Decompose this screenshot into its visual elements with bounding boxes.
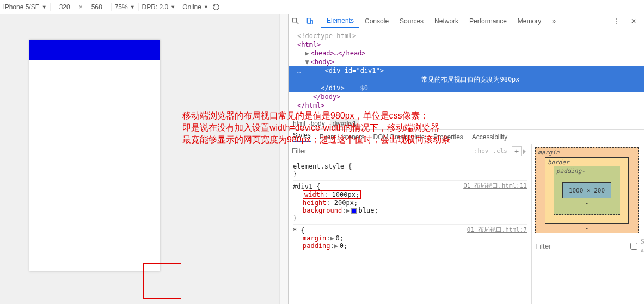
computed-filter-row: Show all [535,238,641,254]
annotation-text: 移动端浏览器的布局视口常见的是值是980px，单位是css像素； 即是说在没有加… [182,110,450,146]
dom-html-close[interactable]: </html> [297,102,325,109]
tab-performance[interactable]: Performance [464,14,512,28]
device-viewport-pane [0,14,288,304]
dom-eq: == $0 [345,84,368,92]
rule-element-style[interactable]: element.style { } [293,160,527,181]
bm-border-label: border [548,159,569,166]
rotate-icon[interactable] [212,3,220,11]
brace-close: } [293,214,527,222]
inspect-icon[interactable] [289,14,303,28]
css-rules[interactable]: element.style { } 01 布局视口.html:11 #div1 … [289,158,531,304]
dom-head[interactable]: <head>…</head> [310,49,365,57]
styles-filter-input[interactable] [292,147,472,155]
dom-doctype[interactable]: <!doctype html> [297,32,644,40]
dom-html-open[interactable]: <html> [297,41,321,48]
show-all-checkbox[interactable] [630,243,637,250]
chevron-down-icon: ▼ [130,4,135,10]
more-icon[interactable]: ⋮ [609,14,623,28]
device-name: iPhone 5/SE [3,3,40,11]
show-all-label: Show all [641,238,644,254]
dimensions: × [54,3,108,11]
rule-link-star[interactable]: 01 布局视口.html:7 [467,226,527,234]
dpr-select[interactable]: DPR: 2.0 ▼ [142,3,176,11]
rule-link-div1[interactable]: 01 布局视口.html:11 [463,182,527,190]
box-model-pane: margin - - - - border - - - - padding- - [532,144,644,304]
height-input[interactable] [86,3,108,11]
brace-close: } [293,170,527,178]
device-frame[interactable] [29,40,160,271]
selector-element-style: element.style { [293,163,527,170]
annotation-line-2: 即是说在没有加入设置width=device-width的情况下，移动端浏览器 [182,122,450,134]
dom-div-close: </div> [321,84,344,92]
close-icon[interactable]: ✕ [627,14,641,28]
new-rule-button[interactable]: + [512,146,522,156]
svg-rect-1 [307,18,310,23]
bm-padding-label: padding- [556,167,585,175]
bm-margin-label: margin [538,149,560,156]
network-select[interactable]: Online ▼ [182,3,208,11]
width-input[interactable] [54,3,76,11]
devtools-panel: Elements Console Sources Network Perform… [288,14,644,304]
dpr-label: DPR: 2.0 [142,3,169,11]
tab-sources[interactable]: Sources [394,14,429,28]
chevron-down-icon: ▼ [170,4,175,10]
dom-selected-node[interactable]: … <div id="div1"> 常见的布局视口值的宽度为980px </di… [289,66,644,92]
chevron-down-icon: ▼ [204,4,208,10]
chevron-down-icon: ▼ [42,4,47,10]
zoom-value: 75% [115,3,128,11]
tab-network[interactable]: Network [429,14,464,28]
zoom-select[interactable]: 75% ▼ [115,3,135,11]
svg-rect-2 [310,20,312,24]
device-toolbar: iPhone 5/SE ▼ × 75% ▼ DPR: 2.0 ▼ Online … [0,0,644,14]
computed-filter-input[interactable] [535,242,627,250]
device-select[interactable]: iPhone 5/SE ▼ [3,3,47,11]
expand-icon[interactable]: ▶ [305,49,310,58]
styles-filter-row: :hov .cls + ⏵ [289,144,531,158]
tab-accessibility[interactable]: Accessibility [472,133,507,141]
cls-toggle[interactable]: .cls [491,147,510,154]
devtools-tabbar: Elements Console Sources Network Perform… [289,14,644,28]
dom-tree[interactable]: <!doctype html> <html> ▶<head>…</head> ▼… [289,28,644,117]
page-blue-div [29,40,160,60]
device-toggle-icon[interactable] [303,14,317,28]
dimension-x: × [79,3,83,11]
box-model[interactable]: margin - - - - border - - - - padding- - [535,147,639,233]
annotation-line-1: 移动端浏览器的布局视口常见的是值是980px，单位是css像素； [182,110,450,122]
annotation-line-3: 最宽能够显示的网页宽度为980px；超过这个值时，会出现横向滚动条 [182,134,450,146]
dom-div-text: 常见的布局视口值的宽度为980px [421,76,519,83]
collapse-icon[interactable]: ▼ [305,58,310,66]
network-label: Online [182,3,201,11]
scrollbar-vertical[interactable] [279,14,288,304]
styles-pane: :hov .cls + ⏵ element.style { } 01 布局视口.… [289,144,532,304]
annotation-rectangle [143,263,181,299]
dom-body-open[interactable]: <body> [310,58,334,66]
tab-elements[interactable]: Elements [321,14,359,28]
bm-content: 1000 × 200 [562,182,611,198]
hov-toggle[interactable]: :hov [472,147,491,154]
tab-more[interactable]: » [547,14,561,28]
rule-star[interactable]: 01 布局视口.html:7 * { margin:▶0; padding:▶0… [293,225,527,252]
tab-console[interactable]: Console [359,14,394,28]
rule-div1[interactable]: 01 布局视口.html:11 #div1 { width: 1000px; h… [293,181,527,225]
color-swatch-blue[interactable] [351,208,357,214]
tab-memory[interactable]: Memory [512,14,547,28]
dom-body-close[interactable]: </body> [313,93,341,101]
styles-tabright-icon[interactable]: ⏵ [522,147,528,155]
